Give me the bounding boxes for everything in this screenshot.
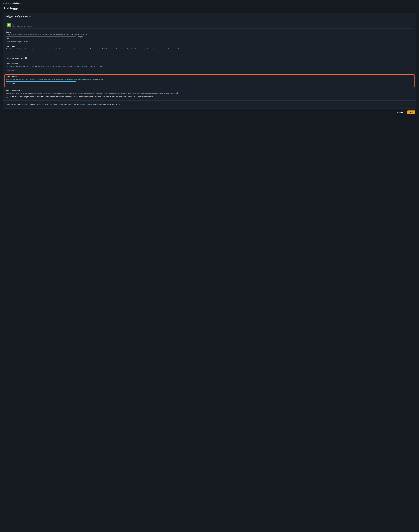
trigger-config-card: Trigger configuration Info (3, 13, 416, 109)
event-types-label: Event types (6, 45, 413, 48)
refresh-icon (80, 37, 82, 39)
event-types-help: Select the events that you want to have … (6, 48, 413, 50)
source-name: S3 (13, 23, 32, 25)
prefix-label: Prefix - optional (6, 63, 413, 65)
svg-line-7 (88, 79, 89, 80)
refresh-button[interactable] (78, 37, 83, 40)
breadcrumb-current: Add triggers (12, 2, 21, 4)
caret-down-icon (409, 25, 410, 26)
event-type-chip: All object create events (6, 56, 28, 60)
recursive-help: If your function writes objects to an S3… (6, 92, 413, 94)
footer-actions: Cancel Add (3, 109, 416, 114)
bucket-hint: Bucket must be in region us-east-1 (6, 41, 413, 43)
s3-icon (7, 23, 11, 27)
bucket-label: Bucket (6, 31, 413, 33)
svg-point-2 (7, 38, 9, 39)
special-chars-link[interactable]: special characters (76, 79, 90, 80)
source-tag: aws (13, 25, 15, 27)
add-button[interactable]: Add (407, 111, 415, 114)
page-title: Add trigger (3, 6, 416, 10)
svg-line-3 (8, 38, 9, 39)
svg-line-8 (177, 93, 178, 93)
bucket-search-input[interactable] (6, 37, 76, 40)
recursive-label: Recursive invocation (6, 89, 413, 92)
svg-line-9 (92, 104, 92, 105)
bucket-help: Choose or enter the ARN of an S3 bucket … (6, 34, 413, 36)
external-link-icon (177, 92, 179, 94)
chip-remove-button[interactable] (25, 57, 27, 59)
cancel-button[interactable]: Cancel (395, 111, 405, 114)
event-types-select[interactable] (6, 51, 76, 55)
suffix-label: Suffix - optional (6, 76, 413, 78)
external-link-icon (91, 104, 92, 105)
trigger-source-select[interactable]: S3 aws asynchronous storage (6, 22, 413, 28)
suffix-highlight: Suffix - optional Enter a single optiona… (4, 74, 415, 87)
permissions-text: Lambda will add the necessary permission… (6, 103, 413, 106)
external-link-icon (88, 79, 90, 80)
bucket-input[interactable] (9, 37, 75, 39)
prefix-input[interactable] (6, 68, 76, 72)
search-icon (7, 38, 9, 39)
breadcrumb: Lambda Add triggers (3, 2, 416, 4)
external-link-icon (89, 65, 90, 67)
caret-down-icon (72, 52, 74, 53)
info-link[interactable]: Info (29, 16, 31, 18)
svg-point-1 (10, 25, 10, 25)
acknowledge-label[interactable]: I acknowledge that using the same S3 buc… (9, 95, 153, 98)
breadcrumb-root-link[interactable]: Lambda (3, 2, 9, 4)
learn-more-link[interactable]: Learn more (170, 92, 179, 94)
suffix-help: Enter a single optional suffix to limit … (6, 78, 413, 81)
chevron-right-icon (10, 3, 11, 4)
suffix-input[interactable] (6, 81, 76, 85)
acknowledge-checkbox[interactable] (6, 96, 8, 98)
special-chars-link[interactable]: special characters (77, 65, 90, 67)
prefix-help: Enter a single optional prefix to limit … (6, 65, 413, 67)
learn-more-link[interactable]: Learn more (82, 103, 92, 105)
source-tag: storage (27, 25, 32, 27)
chip-label: All object create events (7, 57, 24, 59)
card-title: Trigger configuration (6, 15, 28, 18)
source-tag: asynchronous (16, 25, 25, 27)
svg-line-6 (89, 66, 90, 66)
